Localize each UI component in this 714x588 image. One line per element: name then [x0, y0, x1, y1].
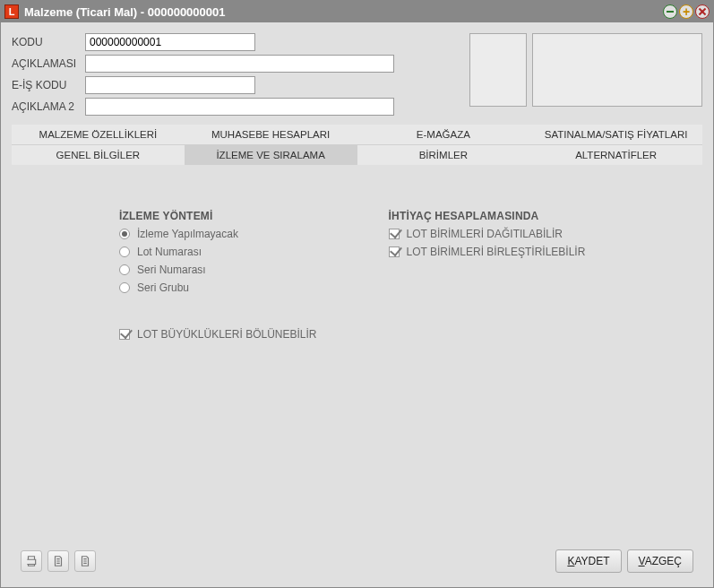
check-icon	[389, 246, 400, 257]
radio-label: Seri Numarası	[137, 264, 206, 276]
document-icon	[52, 555, 65, 567]
minimize-button[interactable]	[663, 4, 677, 19]
ihtiyac-group: İHTİYAÇ HESAPLAMASINDA LOT BİRİMLERİ DAĞ…	[389, 210, 586, 264]
image-box-large[interactable]	[532, 33, 702, 107]
izleme-group: İZLEME YÖNTEMİ İzleme Yapılmayacak Lot N…	[119, 210, 317, 346]
save-label-rest: AYDET	[574, 555, 609, 567]
radio-seri-numarasi[interactable]: Seri Numarası	[119, 264, 317, 276]
check-label: LOT BİRİMLERİ DAĞITILABİLİR	[407, 228, 563, 240]
radio-label: İzleme Yapılmayacak	[137, 228, 238, 240]
tab-izleme-siralama[interactable]: İZLEME VE SIRALAMA	[185, 145, 357, 165]
radio-label: Seri Grubu	[137, 281, 189, 294]
cancel-label-rest: AZGEÇ	[645, 555, 682, 567]
close-button[interactable]	[695, 4, 710, 19]
radio-lot-numarasi[interactable]: Lot Numarası	[119, 246, 317, 258]
print-icon	[25, 555, 38, 567]
check-icon	[389, 229, 400, 239]
footer: KAYDET VAZGEÇ	[12, 544, 702, 582]
document-icon	[79, 555, 91, 567]
save-button[interactable]: KAYDET	[555, 549, 621, 573]
window-buttons	[663, 4, 710, 19]
aciklamasi-input[interactable]	[85, 55, 394, 73]
maximize-button[interactable]	[679, 4, 693, 19]
app-icon: L	[4, 4, 19, 19]
tab-panel-izleme: İZLEME YÖNTEMİ İzleme Yapılmayacak Lot N…	[12, 165, 702, 544]
window: L Malzeme (Ticari Mal) - 000000000001 KO…	[0, 0, 714, 588]
doc2-button[interactable]	[74, 550, 96, 572]
check-label: LOT BİRİMLERİ BİRLEŞTİRİLEBİLİR	[407, 246, 586, 258]
print-button[interactable]	[21, 550, 42, 572]
aciklama2-label: AÇIKLAMA 2	[12, 100, 85, 113]
tabs: MALZEME ÖZELLİKLERİ MUHASEBE HESAPLARI E…	[12, 125, 702, 165]
kodu-label: KODU	[12, 36, 85, 48]
tab-row-2: GENEL BİLGİLER İZLEME VE SIRALAMA BİRİML…	[12, 145, 702, 165]
radio-icon	[119, 246, 130, 257]
tab-birimler[interactable]: BİRİMLER	[357, 145, 530, 165]
tab-e-magaza[interactable]: E-MAĞAZA	[357, 125, 530, 144]
aciklamasi-label: AÇIKLAMASI	[12, 57, 85, 70]
tab-malzeme-ozellikleri[interactable]: MALZEME ÖZELLİKLERİ	[12, 125, 185, 144]
tab-alternatifler[interactable]: ALTERNATİFLER	[529, 145, 702, 165]
titlebar: L Malzeme (Ticari Mal) - 000000000001	[1, 1, 713, 22]
radio-seri-grubu[interactable]: Seri Grubu	[119, 281, 317, 294]
eis-kodu-label: E-İŞ KODU	[12, 79, 85, 91]
upper-panel: KODU AÇIKLAMASI E-İŞ KODU AÇIKLAMA 2	[12, 33, 702, 119]
tab-muhasebe-hesaplari[interactable]: MUHASEBE HESAPLARI	[185, 125, 357, 144]
content: KODU AÇIKLAMASI E-İŞ KODU AÇIKLAMA 2	[1, 22, 713, 587]
izleme-title: İZLEME YÖNTEMİ	[119, 210, 317, 222]
check-lot-dagitilabilir[interactable]: LOT BİRİMLERİ DAĞITILABİLİR	[389, 228, 586, 240]
check-icon	[119, 329, 130, 340]
tab-satinalma-satis[interactable]: SATINALMA/SATIŞ FİYATLARI	[529, 125, 702, 144]
form-area: KODU AÇIKLAMASI E-İŞ KODU AÇIKLAMA 2	[12, 33, 459, 119]
check-lot-birlestirilebilir[interactable]: LOT BİRİMLERİ BİRLEŞTİRİLEBİLİR	[389, 246, 586, 258]
radio-icon	[119, 282, 130, 293]
tab-row-1: MALZEME ÖZELLİKLERİ MUHASEBE HESAPLARI E…	[12, 125, 702, 145]
doc1-button[interactable]	[47, 550, 69, 572]
radio-icon	[119, 264, 130, 275]
radio-icon	[119, 229, 130, 239]
window-title: Malzeme (Ticari Mal) - 000000000001	[24, 5, 663, 19]
check-lot-buyuklukleri[interactable]: LOT BÜYÜKLÜKLERİ BÖLÜNEBİLİR	[119, 328, 317, 341]
tab-genel-bilgiler[interactable]: GENEL BİLGİLER	[12, 145, 185, 165]
image-box-small[interactable]	[469, 33, 527, 107]
check-label: LOT BÜYÜKLÜKLERİ BÖLÜNEBİLİR	[137, 328, 317, 341]
radio-izleme-yapilmayacak[interactable]: İzleme Yapılmayacak	[119, 228, 317, 240]
cancel-button[interactable]: VAZGEÇ	[627, 549, 693, 573]
eis-kodu-input[interactable]	[85, 76, 255, 94]
aciklama2-input[interactable]	[85, 98, 394, 116]
kodu-input[interactable]	[85, 33, 255, 51]
image-boxes	[469, 33, 702, 119]
ihtiyac-title: İHTİYAÇ HESAPLAMASINDA	[389, 210, 586, 222]
radio-label: Lot Numarası	[137, 246, 202, 258]
